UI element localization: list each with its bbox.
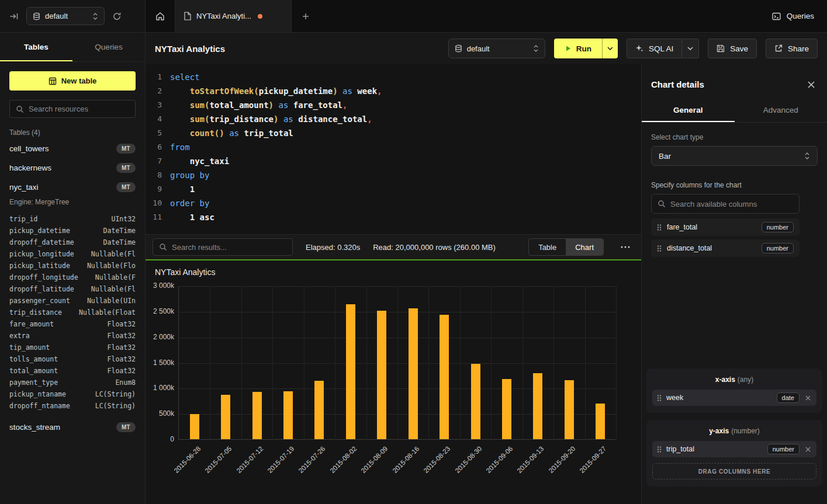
database-selector[interactable]: default bbox=[26, 7, 105, 25]
y-axis-tick-label: 3 000k bbox=[147, 281, 174, 290]
column-type: Enum8 bbox=[115, 378, 136, 387]
line-number: 11 bbox=[146, 210, 162, 224]
main-body: 1select2 toStartOfWeek(pickup_datetime) … bbox=[146, 64, 827, 504]
sql-ai-button[interactable]: SQL AI bbox=[627, 39, 682, 58]
available-column-name: fare_total bbox=[667, 223, 756, 231]
x-axis-tick-label: 2015-08-16 bbox=[391, 445, 420, 474]
available-column-distance_total[interactable]: distance_totalnumber bbox=[651, 239, 800, 257]
view-chart-button[interactable]: Chart bbox=[566, 239, 603, 255]
more-options-button[interactable] bbox=[617, 238, 634, 256]
code-line: 1select bbox=[146, 70, 641, 84]
x-axis-tick-label: 2015-08-09 bbox=[360, 445, 389, 474]
run-options-button[interactable] bbox=[602, 39, 618, 58]
y-axis-column-type: number bbox=[767, 444, 800, 454]
new-table-button[interactable]: New table bbox=[9, 71, 136, 91]
x-axis-tick-label: 2015-07-12 bbox=[235, 445, 264, 474]
header-database-value: default bbox=[467, 44, 528, 53]
available-column-fare_total[interactable]: fare_totalnumber bbox=[651, 218, 800, 236]
columns-label: Specify columns for the chart bbox=[651, 181, 818, 189]
line-number: 7 bbox=[146, 154, 162, 168]
panel-header: Chart details bbox=[642, 64, 827, 100]
y-axis-column-chip[interactable]: trip_total number bbox=[652, 441, 816, 457]
remove-y-column-icon[interactable] bbox=[804, 446, 812, 453]
refresh-icon[interactable] bbox=[112, 12, 122, 21]
remove-x-column-icon[interactable] bbox=[804, 394, 812, 402]
code-text: sum(total_amount) as fare_total, bbox=[170, 98, 348, 112]
columns-search-input[interactable] bbox=[670, 200, 793, 208]
drag-handle-icon[interactable] bbox=[657, 245, 662, 252]
x-axis-tick-label: 2015-07-05 bbox=[204, 445, 233, 474]
app-root: default NYTaxi Analyti... bbox=[0, 0, 827, 504]
x-axis-column-chip[interactable]: week date bbox=[652, 390, 816, 406]
chart-type-value: Bar bbox=[659, 152, 671, 161]
bar-2015-09-27 bbox=[596, 404, 605, 439]
code-line: 6from bbox=[146, 140, 641, 154]
tab-home[interactable] bbox=[146, 0, 175, 32]
share-button[interactable]: Share bbox=[766, 39, 818, 58]
gridline bbox=[460, 286, 461, 440]
column-row: dropoff_ntanameLC(String) bbox=[9, 400, 136, 412]
sql-ai-options-button[interactable] bbox=[682, 39, 699, 58]
collapse-sidebar-icon[interactable] bbox=[9, 12, 19, 21]
columns-section: fare_totalnumberdistance_totalnumber bbox=[651, 194, 818, 260]
column-row: dropoff_datetimeDateTime bbox=[9, 237, 136, 248]
table-row-cell_towers[interactable]: cell_towersMT bbox=[9, 139, 136, 158]
code-line: 3 sum(total_amount) as fare_total, bbox=[146, 98, 641, 112]
sql-editor[interactable]: 1select2 toStartOfWeek(pickup_datetime) … bbox=[146, 64, 641, 234]
line-number: 1 bbox=[146, 70, 162, 84]
code-text: count() as trip_total bbox=[170, 126, 293, 140]
database-selector-value: default bbox=[45, 12, 88, 20]
tables-section-label: Tables (4) bbox=[9, 128, 136, 137]
x-axis-tick-label: 2015-09-13 bbox=[516, 445, 545, 474]
tab-nytaxi-analytics[interactable]: NYTaxi Analyti... bbox=[175, 0, 292, 32]
queries-button[interactable]: Queries bbox=[771, 12, 814, 21]
run-button-group: Run bbox=[554, 39, 618, 58]
table-row-hackernews[interactable]: hackernewsMT bbox=[9, 158, 136, 178]
column-row: pickup_datetimeDateTime bbox=[9, 225, 136, 237]
gridline bbox=[335, 286, 335, 440]
table-row-stocks_stream[interactable]: stocks_streamMT bbox=[9, 418, 136, 437]
column-name: tip_amount bbox=[9, 343, 50, 352]
tab-strip: NYTaxi Analyti... bbox=[146, 0, 320, 32]
tab-general[interactable]: General bbox=[642, 100, 735, 122]
chart-area: NYTaxi Analytics 0500k1 000k1 500k2 000k… bbox=[146, 259, 641, 504]
read-stat: Read: 20,000,000 rows (260.00 MB) bbox=[373, 243, 496, 252]
view-table-button[interactable]: Table bbox=[529, 239, 566, 255]
search-icon bbox=[16, 105, 24, 113]
chart-details-panel: Chart details General Advanced Select ch… bbox=[641, 64, 827, 504]
header-database-selector[interactable]: default bbox=[448, 39, 545, 58]
gridline bbox=[523, 286, 523, 440]
close-icon[interactable] bbox=[807, 81, 815, 89]
chart-type-dropdown[interactable]: Bar bbox=[651, 146, 818, 166]
bar-2015-09-20 bbox=[565, 380, 574, 439]
column-list: trip_idUInt32pickup_datetimeDateTimedrop… bbox=[9, 213, 136, 412]
gridline bbox=[616, 286, 617, 440]
column-name: dropoff_datetime bbox=[9, 238, 74, 246]
columns-search bbox=[651, 194, 800, 214]
drag-handle-icon[interactable] bbox=[657, 394, 662, 402]
bar-2015-08-02 bbox=[346, 304, 355, 439]
table-row-nyc_taxi[interactable]: nyc_taxiMT bbox=[9, 178, 136, 197]
tab-label: NYTaxi Analyti... bbox=[196, 12, 251, 20]
new-tab-button[interactable] bbox=[292, 0, 320, 32]
results-search-input[interactable] bbox=[172, 243, 286, 252]
panel-tabs: General Advanced bbox=[642, 100, 827, 123]
save-button[interactable]: Save bbox=[708, 39, 757, 58]
sidebar-tab-tables[interactable]: Tables bbox=[0, 33, 72, 61]
code-line: 8group by bbox=[146, 168, 641, 182]
sidebar-tab-queries[interactable]: Queries bbox=[72, 33, 145, 61]
table-grid-icon bbox=[49, 77, 57, 85]
column-row: total_amountFloat32 bbox=[9, 365, 136, 377]
run-button[interactable]: Run bbox=[554, 39, 602, 58]
drag-columns-dropzone[interactable]: DRAG COLUMNS HERE bbox=[652, 463, 816, 479]
save-icon bbox=[717, 44, 725, 53]
column-name: trip_distance bbox=[9, 308, 62, 317]
x-axis-tick-label: 2015-09-20 bbox=[547, 445, 576, 474]
sidebar-search-input[interactable] bbox=[29, 105, 129, 113]
code-line: 10order by bbox=[146, 196, 641, 210]
drag-handle-icon[interactable] bbox=[657, 446, 662, 453]
tab-advanced[interactable]: Advanced bbox=[735, 100, 827, 122]
search-icon bbox=[159, 243, 167, 251]
sidebar-tabs: Tables Queries bbox=[0, 33, 145, 62]
drag-handle-icon[interactable] bbox=[657, 224, 662, 231]
